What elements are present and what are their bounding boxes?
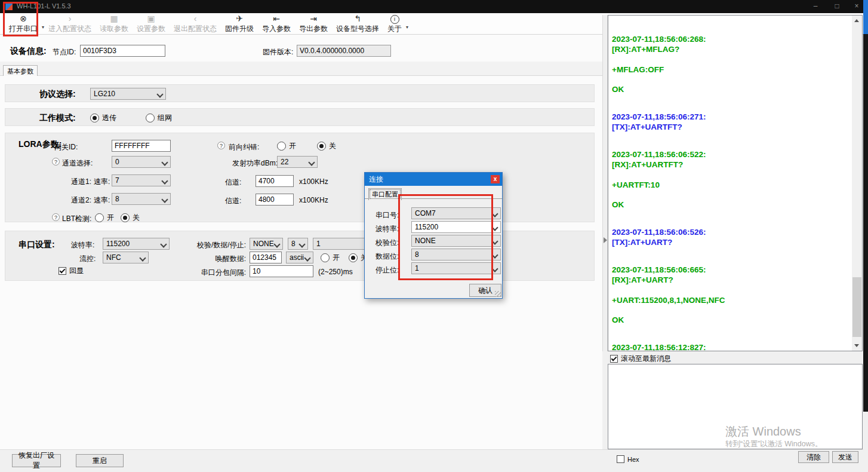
baud-value: 115200 bbox=[106, 240, 130, 248]
minimize-button[interactable]: – bbox=[807, 0, 824, 13]
fec-off-radio[interactable]: 关 bbox=[317, 141, 336, 151]
work-mode-label: 工作模式: bbox=[39, 113, 76, 124]
chevron-down-icon bbox=[304, 255, 310, 261]
wake-format-dropdown[interactable]: ascii bbox=[286, 252, 313, 263]
lbt-label: LBT检测: bbox=[62, 214, 91, 224]
chevron-down-icon bbox=[308, 159, 315, 165]
toolbar-export-params-button[interactable]: ⇥ 导出参数 bbox=[295, 13, 332, 34]
radio-label: 关 bbox=[133, 213, 140, 223]
clear-button[interactable]: 清除 bbox=[798, 451, 829, 463]
node-id-field[interactable] bbox=[80, 45, 165, 57]
parity-dropdown[interactable]: NONE bbox=[250, 238, 283, 250]
dialog-close-icon[interactable]: x bbox=[491, 175, 500, 183]
parity-value: NONE bbox=[253, 240, 274, 248]
radio-dot bbox=[121, 213, 130, 222]
radio-dot bbox=[349, 253, 358, 262]
gateway-id-field[interactable] bbox=[112, 140, 171, 152]
chevron-down-icon[interactable]: ▾ bbox=[406, 24, 408, 34]
toolbar-label: 关于 bbox=[387, 24, 402, 34]
factory-reset-button[interactable]: 恢复出厂设置 bbox=[12, 454, 61, 467]
firmware-version-label: 固件版本: bbox=[263, 47, 293, 57]
protocol-label: 协议选择: bbox=[39, 89, 76, 100]
hex-checkbox[interactable]: Hex bbox=[617, 455, 639, 463]
fec-label: 前向纠错: bbox=[229, 142, 259, 152]
restart-button[interactable]: 重启 bbox=[76, 454, 124, 467]
hex-label: Hex bbox=[627, 456, 639, 463]
tx-power-label: 发射功率dBm: bbox=[232, 158, 278, 168]
work-mode-network-radio[interactable]: 组网 bbox=[146, 113, 172, 123]
import-params-icon: ⇤ bbox=[273, 14, 280, 24]
echo-checkbox[interactable]: 回显 bbox=[59, 266, 84, 276]
help-icon[interactable]: ? bbox=[52, 213, 60, 221]
flow-control-label: 流控: bbox=[79, 254, 96, 264]
title-bar: WH-L101-L V1.5.3 – □ × bbox=[0, 0, 863, 13]
wake-format-value: ascii bbox=[290, 253, 304, 262]
baud-dropdown[interactable]: 115200 bbox=[103, 238, 170, 250]
gateway-id-label: 网关ID: bbox=[54, 142, 78, 152]
send-button[interactable]: 发送 bbox=[832, 451, 858, 463]
protocol-select[interactable]: LG210 bbox=[90, 88, 166, 100]
enter-config-icon: › bbox=[69, 14, 72, 24]
toolbar-import-params-button[interactable]: ⇤ 导入参数 bbox=[258, 13, 295, 34]
dialog-stop-bits-label: 停止位: bbox=[375, 265, 399, 275]
tx-power-dropdown[interactable]: 22 bbox=[277, 156, 318, 168]
scroll-down-icon[interactable] bbox=[854, 344, 859, 347]
rate-label: 速率: bbox=[94, 195, 110, 206]
channel2-rate-value: 8 bbox=[115, 195, 119, 203]
wake-data-field[interactable] bbox=[250, 252, 282, 263]
maximize-button[interactable]: □ bbox=[829, 0, 845, 13]
lbt-off-radio[interactable]: 关 bbox=[121, 213, 140, 223]
wake-on-radio[interactable]: 开 bbox=[321, 253, 340, 263]
dialog-tab-serial-config[interactable]: 串口配置 bbox=[368, 188, 402, 200]
autoscroll-checkbox[interactable]: 滚动至最新消息 bbox=[610, 354, 671, 364]
channel2-rate-dropdown[interactable]: 8 bbox=[112, 193, 171, 205]
help-icon[interactable]: ? bbox=[217, 142, 225, 149]
chevron-down-icon bbox=[156, 91, 163, 97]
dialog-port-label: 串口号: bbox=[375, 210, 399, 220]
splitter-collapse-icon[interactable] bbox=[604, 237, 607, 243]
channel2-label: 通道2: bbox=[71, 195, 91, 206]
windows-activation-watermark-sub: 转到“设置”以激活 Windows。 bbox=[725, 439, 823, 449]
channel-select-dropdown[interactable]: 0 bbox=[112, 156, 171, 168]
log-entry: 2023-07-11,18:56:06:268: [RX]:AT+MFLAG? … bbox=[612, 35, 845, 95]
close-button[interactable]: × bbox=[848, 0, 865, 13]
data-bits-dropdown[interactable]: 8 bbox=[288, 238, 308, 250]
tab-basic-params[interactable]: 基本参数 bbox=[3, 65, 38, 76]
toolbar-about-button[interactable]: i 关于 bbox=[383, 13, 406, 34]
toolbar-device-model-button[interactable]: ↰ 设备型号选择 bbox=[332, 13, 383, 34]
scroll-up-icon[interactable] bbox=[854, 19, 859, 22]
stop-bits-dropdown[interactable]: 1 bbox=[313, 238, 367, 250]
bottom-bar: 恢复出厂设置 重启 Hex 清除 发送 bbox=[0, 449, 863, 472]
echo-label: 回显 bbox=[69, 266, 84, 276]
dialog-resize-grip[interactable] bbox=[495, 291, 501, 297]
toolbar-firmware-upgrade-button[interactable]: ✈ 固件升级 bbox=[221, 13, 258, 34]
log-panel[interactable]: 2023-07-11,18:56:06:268: [RX]:AT+MFLAG? … bbox=[608, 15, 863, 351]
toolbar-label: 导入参数 bbox=[262, 24, 291, 34]
toolbar-label: 导出参数 bbox=[299, 24, 328, 34]
fec-on-radio[interactable]: 开 bbox=[277, 141, 296, 151]
log-entry: 2023-07-11,18:56:06:271: [TX]:AT+UARTFT? bbox=[612, 112, 845, 133]
help-icon[interactable]: ? bbox=[52, 158, 60, 165]
toolbar-read-params-button: ▦ 读取参数 bbox=[96, 13, 133, 34]
lora-params-band: LORA参数: 网关ID: ? 前向纠错: 开 关 ? 通道选择: 0 发射功率… bbox=[5, 133, 595, 222]
work-mode-transparent-radio[interactable]: 透传 bbox=[90, 113, 116, 123]
flow-control-dropdown[interactable]: NFC bbox=[103, 252, 149, 263]
scrollbar-thumb[interactable] bbox=[852, 277, 861, 337]
save-params-icon: ▣ bbox=[147, 14, 155, 24]
channel1-rate-dropdown[interactable]: 7 bbox=[112, 174, 171, 186]
parity-data-stop-label: 校验/数据/停止: bbox=[176, 240, 246, 250]
chevron-down-icon bbox=[161, 196, 168, 203]
channel1-freq-field[interactable] bbox=[256, 175, 294, 187]
log-scrollbar[interactable] bbox=[852, 16, 862, 351]
channel-unit-label: x100KHz bbox=[299, 196, 328, 204]
lbt-on-radio[interactable]: 开 bbox=[95, 213, 114, 223]
log-entry: 2023-07-11,18:56:06:522: [RX]:AT+UARTFT?… bbox=[612, 150, 845, 210]
stop-bits-value: 1 bbox=[316, 240, 321, 248]
channel2-freq-field[interactable] bbox=[256, 194, 294, 206]
log-entry: 2023-07-11,18:56:06:665: [RX]:AT+UART? +… bbox=[612, 265, 845, 326]
dialog-parity-label: 校验位: bbox=[375, 238, 399, 248]
data-bits-value: 8 bbox=[291, 240, 296, 248]
dialog-title-bar[interactable]: 连接 bbox=[365, 173, 502, 186]
panel-splitter[interactable] bbox=[602, 15, 608, 351]
packet-interval-field[interactable] bbox=[250, 265, 313, 277]
